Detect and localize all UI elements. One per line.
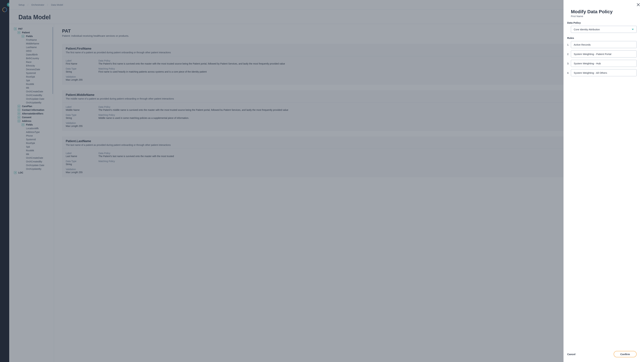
data-policy-label: Data Policy: [567, 21, 636, 24]
close-icon[interactable]: [636, 2, 641, 7]
data-policy-select[interactable]: Core Identity Attribution: [571, 26, 636, 33]
rule-row: 2.System Weighting - Patient Portal: [571, 50, 636, 57]
rule-row: 4.System Weighting - All Others: [571, 69, 636, 76]
rule-value: System Weighting - All Others: [574, 71, 607, 74]
rule-number: 2.: [566, 53, 569, 55]
modal-scrim[interactable]: [0, 0, 564, 362]
data-policy-value: Core Identity Attribution: [574, 28, 600, 31]
rule-row: 3.System Weighting - Hub: [571, 60, 636, 67]
rule-value: Active Records: [574, 43, 591, 46]
modify-data-policy-panel: Modify Data Policy First Name Data Polic…: [564, 0, 644, 362]
rule-number: 3.: [566, 62, 569, 65]
rule-number: 1.: [566, 43, 569, 46]
rule-value: System Weighting - Hub: [574, 62, 601, 65]
rule-value: System Weighting - Patient Portal: [574, 53, 611, 55]
rules-list: 1.Active Records2.System Weighting - Pat…: [571, 41, 636, 76]
rule-select[interactable]: System Weighting - Patient Portal: [571, 50, 636, 57]
panel-subtitle: First Name: [571, 15, 636, 17]
rules-label: Rules: [567, 36, 636, 39]
rule-number: 4.: [566, 71, 569, 74]
panel-footer: Cancel Confirm: [571, 348, 636, 357]
confirm-button[interactable]: Confirm: [614, 351, 637, 357]
rule-select[interactable]: System Weighting - Hub: [571, 60, 636, 67]
chevron-down-icon: [632, 29, 634, 30]
rule-select[interactable]: System Weighting - All Others: [571, 69, 636, 76]
cancel-button[interactable]: Cancel: [567, 353, 576, 356]
rule-select[interactable]: Active Records: [571, 41, 636, 48]
panel-title: Modify Data Policy: [571, 9, 636, 14]
rule-row: 1.Active Records: [571, 41, 636, 48]
